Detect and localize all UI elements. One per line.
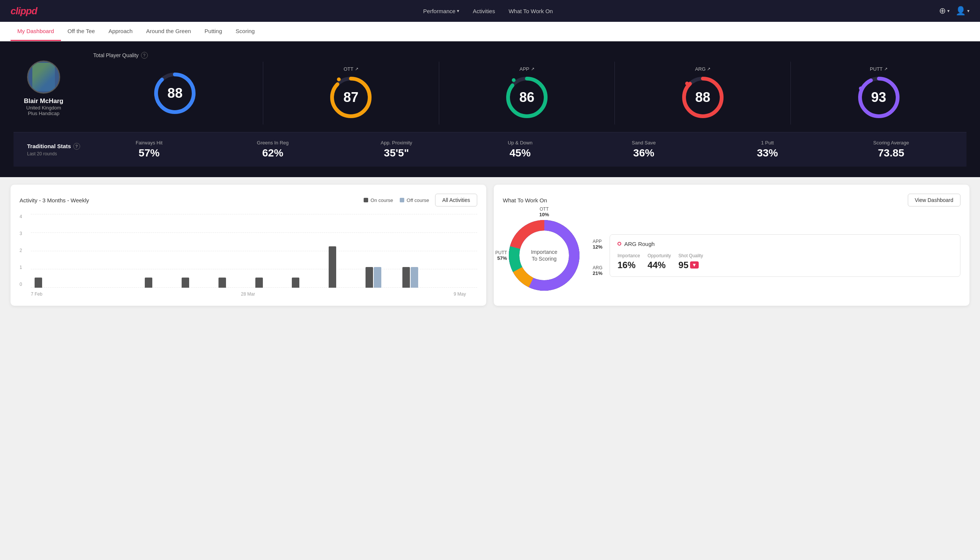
stat-greens-in-reg-value: 62% — [262, 147, 283, 159]
subnav-scoring[interactable]: Scoring — [229, 22, 262, 41]
trad-stats-label: Traditional Stats ? — [27, 143, 87, 150]
ring-ott-svg: 87 — [328, 75, 373, 120]
stat-items: Fairways Hit 57% Greens In Reg 62% App. … — [87, 140, 953, 159]
donut-chart: Importance To Scoring — [503, 214, 586, 297]
subnav-my-dashboard[interactable]: My Dashboard — [10, 22, 61, 41]
bar-oncourse — [145, 278, 152, 288]
wtwo-content: Importance To Scoring PUTT 57% OTT 10% A… — [503, 214, 960, 297]
y-label-2: 2 — [20, 248, 31, 253]
ring-arg-value: 88 — [695, 90, 710, 105]
bar-oncourse — [366, 267, 373, 288]
avatar — [27, 60, 60, 93]
stat-app-proximity-value: 35'5" — [384, 147, 409, 159]
tpq-help-icon[interactable]: ? — [141, 52, 148, 59]
bar-chart: 4 3 2 1 0 — [20, 214, 477, 297]
ring-app-svg: 86 — [504, 75, 549, 120]
bars-container — [31, 214, 477, 288]
nav-activities[interactable]: Activities — [473, 8, 495, 14]
bar-group-7 — [255, 278, 290, 288]
legend-on-course-dot — [364, 198, 368, 202]
bar-oncourse — [329, 246, 336, 288]
subnav-off-the-tee[interactable]: Off the Tee — [61, 22, 102, 41]
y-label-1: 1 — [20, 265, 31, 270]
app-logo: clippd — [10, 5, 37, 17]
stat-1-putt-value: 33% — [757, 147, 778, 159]
bottom-section: Activity - 3 Months - Weekly On course O… — [0, 177, 980, 313]
app-label: APP 12% — [593, 239, 602, 250]
ring-arg-svg: 88 — [680, 75, 725, 120]
bar-group-11 — [403, 267, 437, 288]
user-menu-button[interactable]: 👤 ▾ — [955, 6, 970, 16]
bar-oncourse — [292, 278, 299, 288]
ring-putt-value: 93 — [871, 90, 886, 105]
ring-app-label: APP ↗ — [519, 66, 534, 72]
subnav-putting[interactable]: Putting — [198, 22, 229, 41]
metric-importance: Importance 16% — [617, 253, 640, 270]
ring-putt-label: PUTT ↗ — [870, 66, 887, 72]
info-dot — [617, 242, 621, 246]
ring-overall-value: 88 — [167, 85, 182, 101]
bar-group-5 — [181, 278, 216, 288]
svg-point-2 — [173, 73, 177, 77]
svg-point-11 — [685, 82, 689, 85]
metric-shot-quality: Shot Quality 95 ▼ — [679, 253, 703, 270]
x-label-mar: 28 Mar — [241, 292, 255, 297]
chart-grid: 4 3 2 1 0 — [20, 214, 477, 288]
stat-app-proximity: App. Proximity 35'5" — [335, 140, 458, 159]
view-dashboard-button[interactable]: View Dashboard — [908, 194, 960, 207]
bar-group-6 — [218, 278, 253, 288]
ring-app-value: 86 — [519, 90, 534, 105]
ott-arrow-icon: ↗ — [355, 67, 358, 72]
bar-group-4 — [145, 278, 180, 288]
player-country: United Kingdom — [26, 105, 61, 110]
ring-putt: PUTT ↗ 93 — [790, 62, 967, 125]
bar-offcourse — [411, 267, 418, 288]
add-chevron-icon: ▾ — [947, 8, 950, 13]
all-activities-button[interactable]: All Activities — [435, 194, 477, 207]
svg-point-5 — [337, 77, 341, 81]
metric-opportunity-value: 44% — [647, 260, 671, 270]
ring-overall: 88 — [87, 62, 263, 125]
bar-group-8 — [292, 278, 326, 288]
add-button[interactable]: ⊕ ▾ — [939, 6, 950, 16]
subnav-around-the-green[interactable]: Around the Green — [140, 22, 198, 41]
stat-sand-save-value: 36% — [633, 147, 654, 159]
bar-group-1 — [35, 278, 69, 288]
ring-ott-value: 87 — [343, 90, 358, 105]
activity-chart-title: Activity - 3 Months - Weekly — [20, 197, 89, 203]
info-card-title: ARG Rough — [617, 241, 953, 247]
stat-greens-in-reg: Greens In Reg 62% — [211, 140, 335, 159]
stat-1-putt: 1 Putt 33% — [705, 140, 829, 159]
stat-fairways-hit: Fairways Hit 57% — [87, 140, 211, 159]
performance-chevron-icon: ▾ — [457, 8, 459, 13]
nav-what-to-work-on[interactable]: What To Work On — [508, 8, 553, 14]
metric-importance-value: 16% — [617, 260, 640, 270]
stat-sand-save: Sand Save 36% — [582, 140, 705, 159]
legend-off-course-dot — [400, 198, 404, 202]
chart-legend: On course Off course — [364, 197, 429, 203]
arg-arrow-icon: ↗ — [707, 67, 710, 72]
trad-stats-sublabel: Last 20 rounds — [27, 151, 87, 157]
ring-overall-svg: 88 — [152, 71, 198, 116]
shot-quality-badge: ▼ — [690, 262, 699, 268]
top-nav: clippd Performance ▾ Activities What To … — [0, 0, 980, 22]
subnav-approach[interactable]: Approach — [101, 22, 139, 41]
trad-stats-help-icon[interactable]: ? — [73, 143, 80, 150]
bar-group-10 — [366, 267, 400, 288]
nav-links: Performance ▾ Activities What To Work On — [423, 8, 553, 14]
info-metrics: Importance 16% Opportunity 44% Shot Qual… — [617, 253, 953, 270]
svg-point-14 — [859, 87, 863, 90]
nav-performance[interactable]: Performance ▾ — [423, 8, 459, 14]
bar-oncourse — [255, 278, 263, 288]
info-card-wrapper: ARG Rough Importance 16% Opportunity 44%… — [610, 234, 960, 277]
plus-icon: ⊕ — [939, 6, 946, 16]
trad-label-group: Traditional Stats ? Last 20 rounds — [27, 143, 87, 157]
metric-shot-quality-value: 95 ▼ — [679, 260, 703, 270]
info-card: ARG Rough Importance 16% Opportunity 44%… — [610, 234, 960, 277]
bar-offcourse — [374, 267, 381, 288]
stat-up-and-down: Up & Down 45% — [458, 140, 582, 159]
wtwo-header: What To Work On View Dashboard — [503, 194, 960, 207]
svg-point-8 — [512, 78, 516, 82]
legend-off-course: Off course — [400, 197, 429, 203]
ring-putt-svg: 93 — [856, 75, 902, 120]
